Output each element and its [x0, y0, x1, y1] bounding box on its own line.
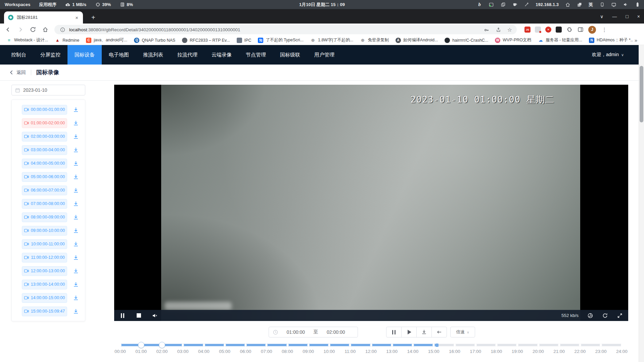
phone-link-tray-icon[interactable] [599, 2, 605, 7]
date-picker-input[interactable]: 2023-01-10 [11, 85, 85, 95]
coffee-tray-icon[interactable] [512, 2, 517, 7]
range-end-time[interactable]: 02:00:00 [318, 329, 354, 335]
bookmarks-overflow-icon[interactable]: » [633, 37, 641, 43]
nav-tab-9[interactable]: 国标级联 [273, 45, 307, 65]
browser-tab[interactable]: 国标28181 × [4, 11, 83, 24]
bookmark-item[interactable]: RFC2833 – RTP Ev... [179, 37, 233, 44]
video-player[interactable]: 2023-01-10 01:00:00 星期二 552 kb/s [114, 85, 628, 321]
timeline-range-handle-2[interactable] [159, 342, 165, 348]
ip-address-indicator[interactable]: 192.168.1.3 [536, 2, 559, 7]
segment-time-button[interactable]: 01:00:00-02:00:00 [22, 118, 67, 128]
download-segment-button[interactable] [73, 241, 79, 247]
segment-time-button[interactable]: 04:00:00-05:00:00 [22, 159, 67, 168]
volume-tray-icon[interactable] [623, 2, 628, 7]
url-bar[interactable]: localhost:38080/#/gbRecordDetail/3402000… [54, 25, 517, 34]
home-tray-icon[interactable] [565, 2, 570, 7]
bookmark-item[interactable]: NHDAtmos :: 种子 *... [586, 36, 633, 44]
bookmark-item[interactable]: hairrrrr/C-CrashC... [442, 37, 491, 44]
download-segment-button[interactable] [73, 120, 79, 126]
segment-time-button[interactable]: 11:00:00-12:00:00 [22, 253, 67, 263]
fullscreen-button[interactable] [617, 313, 623, 319]
download-segment-button[interactable] [73, 308, 79, 315]
player-refresh-button[interactable] [602, 313, 608, 319]
snapshot-aperture-button[interactable] [587, 313, 593, 319]
segment-time-button[interactable]: 02:00:00-03:00:00 [22, 132, 67, 142]
segment-time-button[interactable]: 15:00:00-15:09:47 [22, 307, 67, 316]
bing-tray-icon[interactable]: b [477, 2, 482, 7]
segment-time-button[interactable]: 09:00:00-10:00:00 [22, 226, 67, 236]
bookmark-item[interactable]: IPC [234, 37, 255, 44]
download-segment-button[interactable] [73, 173, 79, 180]
segment-time-button[interactable]: 14:00:00-15:00:00 [22, 293, 67, 303]
bookmark-item[interactable]: WWVP-PRO文档 [492, 36, 534, 44]
segment-time-button[interactable]: 03:00:00-04:00:00 [22, 145, 67, 155]
download-segment-button[interactable] [73, 147, 79, 153]
nav-tab-2[interactable]: 分屏监控 [33, 45, 67, 65]
input-method-indicator[interactable]: 英 [589, 2, 593, 8]
puzzle-extensions-icon[interactable] [566, 26, 573, 33]
segment-time-button[interactable]: 13:00:00-14:00:00 [22, 280, 67, 289]
bookmark-item[interactable]: ☁服务器 - 轻量应用... [535, 36, 585, 44]
download-segment-button[interactable] [73, 106, 79, 113]
bookmark-item[interactable]: QQNAP Turbo NAS [131, 37, 178, 44]
display-tray-icon[interactable] [611, 2, 616, 7]
pause-button[interactable] [386, 327, 402, 337]
nav-tab-4[interactable]: 电子地图 [102, 45, 136, 65]
new-tab-button[interactable]: + [89, 14, 97, 21]
nav-tab-3[interactable]: 国标设备 [67, 45, 102, 65]
reload-icon[interactable] [30, 26, 36, 33]
range-start-time[interactable]: 01:00:00 [278, 329, 314, 335]
clock-indicator[interactable]: 1月10日 星期二 15：09 [299, 2, 345, 8]
cpu-usage-indicator[interactable]: 39% [95, 2, 111, 7]
timeline-slider[interactable] [120, 343, 622, 348]
password-key-icon[interactable] [483, 26, 490, 33]
segment-time-button[interactable]: 08:00:00-09:00:00 [22, 212, 67, 222]
forward-nav-icon[interactable] [17, 26, 24, 33]
bookmark-item[interactable]: ≡Webstack - 设计... [3, 36, 51, 44]
scrollbar-thumb[interactable] [640, 66, 643, 122]
dark-extension-icon[interactable] [556, 27, 562, 33]
playback-speed-button[interactable]: 倍速 ∨ [450, 327, 475, 337]
download-segment-button[interactable] [73, 200, 79, 207]
memory-usage-indicator[interactable]: 8% [120, 2, 133, 7]
bookmark-item[interactable]: A如何编译Android... [393, 36, 441, 44]
tab-close-icon[interactable]: × [74, 14, 80, 21]
color-picker-tray-icon[interactable] [524, 2, 529, 7]
download-segment-button[interactable] [73, 254, 79, 261]
tab-search-icon[interactable]: ∨ [600, 14, 603, 19]
play-button[interactable] [401, 327, 417, 337]
gray-extension-icon[interactable] [535, 27, 541, 33]
user-menu[interactable]: 欢迎，admin ∨ [592, 45, 639, 65]
network-speed-indicator[interactable]: 1 MB/s [65, 2, 86, 7]
nav-tab-8[interactable]: 节点管理 [239, 45, 273, 65]
home-nav-icon[interactable] [42, 26, 49, 33]
screenshot-tray-icon[interactable] [489, 2, 494, 7]
maximize-window-button[interactable]: □ [626, 14, 628, 19]
bookmark-item[interactable]: ⊕1.8W字|了不起的... [307, 36, 356, 44]
profile-avatar[interactable]: J [588, 26, 596, 34]
nav-tab-6[interactable]: 拉流代理 [170, 45, 204, 65]
player-mute-button[interactable] [152, 313, 158, 319]
blocker-extension-icon[interactable]: × [545, 27, 551, 33]
download-segment-button[interactable] [73, 294, 79, 301]
battery-tray-icon[interactable] [635, 2, 640, 7]
download-segment-button[interactable] [73, 187, 79, 194]
bookmark-item[interactable]: Cjava、android可... [83, 36, 130, 44]
back-button[interactable]: 返回 [9, 70, 26, 76]
clipboard-tray-icon[interactable] [500, 2, 506, 7]
workspaces-button[interactable]: Workspaces [5, 2, 30, 7]
seek-back-button[interactable] [431, 327, 447, 337]
workspaces-tray-icon[interactable] [577, 2, 582, 7]
bookmark-item[interactable]: ⊕免登录复制 [357, 36, 392, 44]
time-range-input[interactable]: 01:00:00 至 02:00:00 [269, 327, 358, 337]
share-icon[interactable] [495, 26, 502, 33]
segment-time-button[interactable]: 06:00:00-07:00:00 [22, 186, 67, 195]
player-pause-button[interactable] [120, 313, 126, 319]
applications-menu[interactable]: 应用程序 [39, 2, 56, 8]
download-segment-button[interactable] [73, 281, 79, 288]
bookmark-item[interactable]: 知了不起的 TypeScri... [255, 36, 307, 44]
segment-time-button[interactable]: 10:00:00-11:00:00 [22, 239, 67, 249]
nav-tab-1[interactable]: 控制台 [4, 45, 33, 65]
site-info-icon[interactable] [59, 26, 66, 33]
download-segment-button[interactable] [73, 214, 79, 220]
